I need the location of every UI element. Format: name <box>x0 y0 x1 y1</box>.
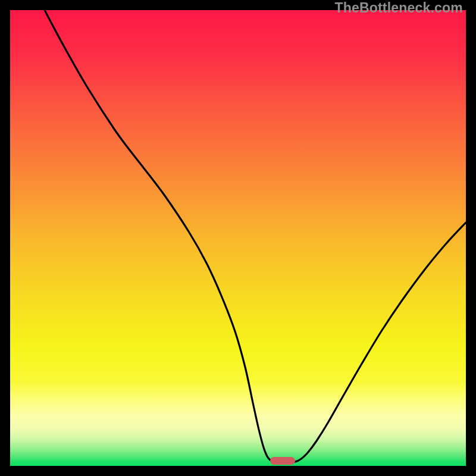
plot-area <box>10 10 466 466</box>
optimal-point-marker <box>270 457 295 465</box>
watermark-text: TheBottleneck.com <box>334 0 463 16</box>
bottleneck-curve <box>10 10 466 466</box>
chart-frame: TheBottleneck.com <box>0 0 476 476</box>
